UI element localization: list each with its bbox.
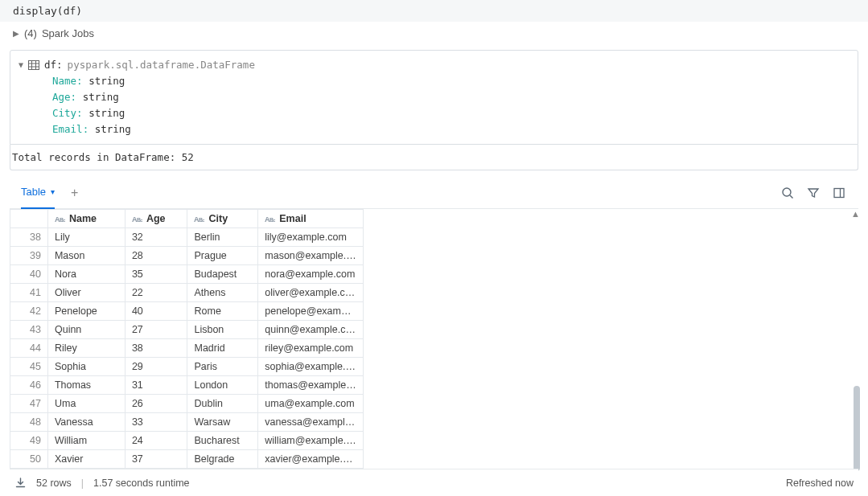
- dataframe-icon: [28, 60, 39, 70]
- schema-type: pyspark.sql.dataframe.DataFrame: [68, 57, 255, 73]
- table-row[interactable]: 38Lily32Berlinlily@example.com: [10, 228, 364, 247]
- svg-text:c: c: [273, 218, 276, 223]
- column-header-email[interactable]: ABcEmail: [258, 210, 364, 228]
- scrollbar-thumb[interactable]: [854, 386, 860, 471]
- row-number: 50: [10, 450, 48, 469]
- table-row[interactable]: 39Mason28Praguemason@example.com: [10, 247, 364, 265]
- table-row[interactable]: 47Uma26Dublinuma@example.com: [10, 395, 364, 413]
- table-row[interactable]: 48Vanessa33Warsawvanessa@example.com: [10, 413, 364, 432]
- row-number: 46: [10, 376, 48, 395]
- cell-age: 37: [125, 450, 187, 469]
- svg-rect-7: [834, 188, 844, 197]
- cell-email: nora@example.com: [258, 265, 364, 284]
- column-label: Name: [69, 213, 97, 224]
- cell-name: Nora: [47, 265, 125, 284]
- data-table: ABcName ABcAge ABcCity ABcEmail 38Lily32…: [10, 209, 364, 496]
- row-number: 42: [10, 302, 48, 321]
- cell-city: London: [187, 376, 258, 395]
- cell-city: Prague: [187, 247, 258, 265]
- cell-city: Lisbon: [187, 321, 258, 339]
- cell-city: Paris: [187, 358, 258, 376]
- table-row[interactable]: 40Nora35Budapestnora@example.com: [10, 265, 364, 284]
- cell-age: 40: [125, 302, 187, 321]
- cell-age: 33: [125, 413, 187, 432]
- row-number: 48: [10, 413, 48, 432]
- search-icon[interactable]: [780, 185, 796, 201]
- chevron-right-icon: ▶: [13, 29, 19, 38]
- cell-age: 35: [125, 265, 187, 284]
- code-cell: display(df): [0, 0, 868, 22]
- svg-point-5: [783, 188, 791, 196]
- cell-email: penelope@example.co...: [258, 302, 364, 321]
- cell-city: Belgrade: [187, 450, 258, 469]
- svg-text:c: c: [140, 218, 143, 223]
- cell-age: 26: [125, 395, 187, 413]
- filter-icon[interactable]: [805, 185, 821, 201]
- field-type: string: [83, 91, 119, 103]
- field-name: Email:: [52, 123, 88, 135]
- cell-age: 29: [125, 358, 187, 376]
- code-fn: display: [13, 5, 57, 17]
- row-number: 43: [10, 321, 48, 339]
- spark-jobs-row[interactable]: ▶ (4) Spark Jobs: [0, 22, 868, 45]
- field-type: string: [88, 107, 125, 119]
- column-label: Email: [279, 213, 306, 224]
- cell-email: lily@example.com: [258, 228, 364, 247]
- tab-table[interactable]: Table ▾: [21, 177, 55, 209]
- cell-email: xavier@example.com: [258, 450, 364, 469]
- string-type-icon: ABc: [265, 215, 276, 223]
- table-row[interactable]: 41Oliver22Athensoliver@example.com: [10, 284, 364, 302]
- cell-age: 38: [125, 339, 187, 358]
- add-tab-button[interactable]: +: [66, 186, 83, 200]
- column-header-age[interactable]: ABcAge: [125, 210, 187, 228]
- table-row[interactable]: 50Xavier37Belgradexavier@example.com: [10, 450, 364, 469]
- cell-email: oliver@example.com: [258, 284, 364, 302]
- footer-refreshed: Refreshed now: [786, 478, 854, 489]
- cell-email: mason@example.com: [258, 247, 364, 265]
- tab-label: Table: [21, 186, 46, 198]
- spark-jobs-count: (4): [24, 27, 37, 39]
- row-number: 41: [10, 284, 48, 302]
- table-row[interactable]: 42Penelope40Romepenelope@example.co...: [10, 302, 364, 321]
- schema-panel: ▼ df: pyspark.sql.dataframe.DataFrame Na…: [10, 50, 858, 145]
- schema-fields: Name: string Age: string City: string Em…: [19, 73, 849, 137]
- schema-header[interactable]: ▼ df: pyspark.sql.dataframe.DataFrame: [19, 57, 849, 73]
- row-number: 38: [10, 228, 48, 247]
- cell-age: 32: [125, 228, 187, 247]
- cell-age: 31: [125, 376, 187, 395]
- scroll-up-icon[interactable]: ▲: [851, 209, 860, 219]
- cell-city: Dublin: [187, 395, 258, 413]
- svg-text:c: c: [202, 218, 205, 223]
- row-number: 47: [10, 395, 48, 413]
- chevron-down-icon: ▼: [19, 59, 23, 72]
- cell-name: Oliver: [47, 284, 125, 302]
- column-label: City: [208, 213, 228, 224]
- cell-email: vanessa@example.com: [258, 413, 364, 432]
- cell-city: Rome: [187, 302, 258, 321]
- tabs-bar: Table ▾ +: [10, 177, 858, 209]
- cell-name: Quinn: [47, 321, 125, 339]
- table-row[interactable]: 43Quinn27Lisbonquinn@example.com: [10, 321, 364, 339]
- column-header-city[interactable]: ABcCity: [187, 210, 258, 228]
- cell-city: Madrid: [187, 339, 258, 358]
- row-number: 45: [10, 358, 48, 376]
- table-row[interactable]: 46Thomas31Londonthomas@example.com: [10, 376, 364, 395]
- panel-icon[interactable]: [831, 185, 847, 201]
- cell-name: Xavier: [47, 450, 125, 469]
- cell-city: Budapest: [187, 265, 258, 284]
- table-row[interactable]: 44Riley38Madridriley@example.com: [10, 339, 364, 358]
- cell-email: sophia@example.com: [258, 358, 364, 376]
- row-number: 44: [10, 339, 48, 358]
- table-row[interactable]: 49William24Bucharestwilliam@example.com: [10, 432, 364, 450]
- footer-bar: 52 rows | 1.57 seconds runtime Refreshed…: [10, 469, 858, 496]
- cell-email: uma@example.com: [258, 395, 364, 413]
- separator: |: [81, 478, 84, 489]
- cell-name: Sophia: [47, 358, 125, 376]
- column-header-name[interactable]: ABcName: [47, 210, 125, 228]
- download-icon[interactable]: [14, 477, 27, 489]
- footer-runtime: 1.57 seconds runtime: [93, 478, 190, 489]
- cell-name: Thomas: [47, 376, 125, 395]
- schema-var: df:: [44, 57, 63, 73]
- string-type-icon: ABc: [132, 215, 143, 223]
- table-row[interactable]: 45Sophia29Parissophia@example.com: [10, 358, 364, 376]
